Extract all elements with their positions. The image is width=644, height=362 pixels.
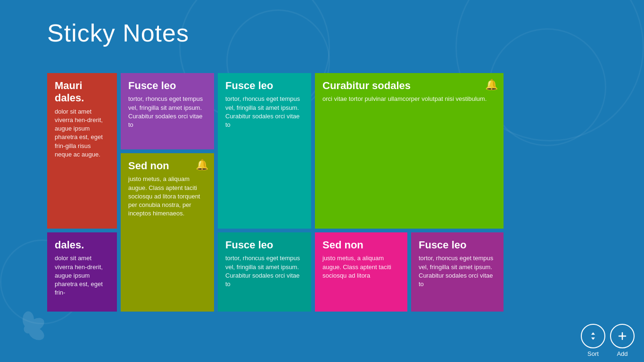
note-body: tortor, rhoncus eget tempus vel, fringil… — [225, 254, 304, 288]
note-title: dales. — [55, 239, 109, 251]
note-mauri-dales[interactable]: Mauri dales. dolor sit amet viverra hen-… — [47, 73, 117, 229]
note-fusce-leo-teal-bottom[interactable]: Fusce leo tortor, rhoncus eget tempus ve… — [218, 232, 311, 312]
note-title: Curabitur sodales — [322, 80, 496, 92]
note-fusce-leo-teal-top[interactable]: Fusce leo tortor, rhoncus eget tempus ve… — [218, 73, 311, 229]
note-title: Mauri dales. — [55, 80, 109, 105]
sort-button[interactable]: Sort — [581, 324, 605, 357]
note-body: tortor, rhoncus eget tempus vel, fringil… — [419, 254, 496, 288]
note-title: Fusce leo — [419, 239, 496, 251]
note-title: Sed non — [322, 239, 400, 251]
note-body: dolor sit amet viverra hen-drerit, augue… — [55, 107, 109, 159]
sort-label: Sort — [587, 350, 599, 357]
note-body: tortor, rhoncus eget tempus vel, fringil… — [225, 95, 304, 129]
note-body: dolor sit amet viverra hen-drerit, augue… — [55, 254, 109, 297]
note-body: orci vitae tortor pulvinar ullamcorper v… — [322, 95, 496, 103]
add-icon — [610, 324, 635, 348]
add-label: Add — [617, 350, 627, 357]
notes-column-2: Fusce leo tortor, rhoncus eget tempus ve… — [121, 73, 214, 312]
add-button[interactable]: Add — [610, 324, 635, 357]
note-title: Sed non — [128, 160, 206, 172]
sort-icon — [581, 324, 605, 348]
note-dales[interactable]: dales. dolor sit amet viverra hen-drerit… — [47, 232, 117, 312]
svg-point-3 — [24, 324, 33, 333]
note-title: Fusce leo — [128, 80, 206, 92]
notes-column-1: Mauri dales. dolor sit amet viverra hen-… — [47, 73, 117, 312]
toolbar: Sort Add — [581, 324, 644, 362]
note-curabitur-sodales[interactable]: 🔔 Curabitur sodales orci vitae tortor pu… — [315, 73, 504, 229]
note-fusce-leo-magenta[interactable]: Fusce leo tortor, rhoncus eget tempus ve… — [411, 232, 504, 312]
note-title: Fusce leo — [225, 239, 304, 251]
note-sed-non-pink[interactable]: Sed non justo metus, a aliquam augue. Cl… — [315, 232, 407, 312]
note-body: tortor, rhoncus eget tempus vel, fringil… — [128, 95, 206, 129]
bell-icon: 🔔 — [196, 159, 208, 171]
note-fusce-leo-purple[interactable]: Fusce leo tortor, rhoncus eget tempus ve… — [121, 73, 214, 149]
notes-column-4: 🔔 Curabitur sodales orci vitae tortor pu… — [315, 73, 504, 312]
note-body: justo metus, a aliquam augue. Class apte… — [322, 254, 400, 280]
note-sed-non-olive[interactable]: 🔔 Sed non justo metus, a aliquam augue. … — [121, 153, 214, 312]
notes-row-2: Sed non justo metus, a aliquam augue. Cl… — [315, 232, 504, 312]
notes-column-3: Fusce leo tortor, rhoncus eget tempus ve… — [218, 73, 311, 312]
note-title: Fusce leo — [225, 80, 304, 92]
notes-grid: Mauri dales. dolor sit amet viverra hen-… — [47, 73, 504, 312]
page-title: Sticky Notes — [47, 19, 189, 47]
bell-icon: 🔔 — [485, 79, 498, 91]
note-body: justo metus, a aliquam augue. Class apte… — [128, 175, 206, 218]
